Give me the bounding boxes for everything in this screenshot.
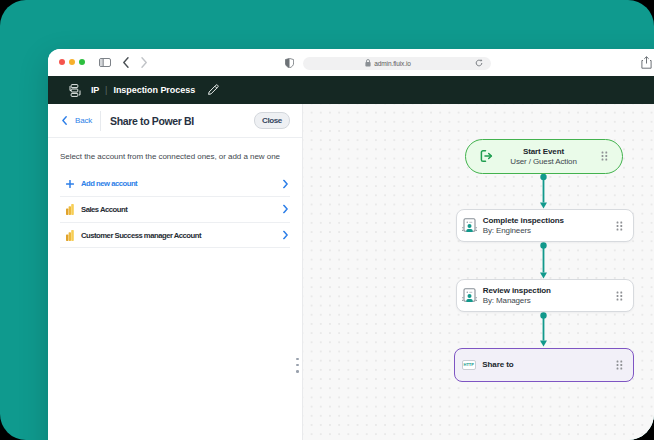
- window-minimize-button[interactable]: [69, 59, 75, 65]
- drag-handle-icon[interactable]: [601, 151, 608, 161]
- node-subtitle: By: Engineers: [483, 226, 564, 236]
- back-link[interactable]: Back: [62, 116, 92, 125]
- node-complete-inspections[interactable]: Complete inspections By: Engineers: [456, 209, 634, 242]
- workflow-icon: [69, 84, 81, 97]
- instruction-text: Select the account from the connected on…: [60, 152, 280, 161]
- share-icon[interactable]: [641, 56, 652, 69]
- drag-handle-icon[interactable]: [616, 360, 623, 370]
- node-share-to[interactable]: HTTP Share to: [454, 348, 634, 382]
- browser-toolbar: admin.fluix.io: [48, 49, 654, 76]
- share-panel: Back Share to Power BI Close Select the …: [48, 104, 302, 440]
- task-user-icon: [461, 287, 478, 304]
- back-nav-icon[interactable]: [123, 57, 129, 68]
- drag-handle-icon[interactable]: [616, 221, 623, 231]
- task-user-icon: [461, 217, 478, 234]
- http-badge-icon: HTTP: [462, 360, 476, 370]
- lock-icon: [365, 59, 371, 67]
- account-label: Sales Account: [81, 205, 127, 214]
- process-title: Inspection Process: [113, 85, 195, 95]
- account-row-customer-success[interactable]: Customer Success manager Account: [60, 223, 290, 249]
- add-account-label: Add new account: [81, 179, 137, 188]
- node-title: Review inspection: [483, 286, 551, 296]
- drag-handle-icon[interactable]: [616, 291, 623, 301]
- close-button[interactable]: Close: [254, 112, 290, 130]
- plus-icon: [66, 180, 74, 188]
- panel-title: Share to Power BI: [110, 115, 194, 127]
- node-title: Complete inspections: [483, 216, 564, 226]
- node-review-inspection[interactable]: Review inspection By: Managers: [456, 279, 634, 312]
- chevron-right-icon: [283, 179, 288, 188]
- forward-nav-icon[interactable]: [141, 57, 147, 68]
- window-zoom-button[interactable]: [79, 59, 85, 65]
- browser-window: admin.fluix.io IP: [48, 49, 654, 440]
- address-bar[interactable]: admin.fluix.io: [303, 57, 491, 70]
- header-divider: |: [105, 85, 107, 95]
- window-close-button[interactable]: [59, 59, 65, 65]
- account-list: Add new account: [60, 171, 290, 248]
- panel-resize-handle[interactable]: [295, 358, 300, 373]
- node-subtitle: User / Guest Action: [466, 157, 622, 167]
- account-label: Customer Success manager Account: [81, 231, 201, 240]
- sidebar-toggle-icon[interactable]: [99, 58, 111, 67]
- teal-backdrop: admin.fluix.io IP: [0, 0, 654, 440]
- url-text: admin.fluix.io: [374, 60, 411, 67]
- powerbi-icon: [66, 204, 74, 215]
- refresh-icon[interactable]: [475, 59, 483, 67]
- node-title: Share to: [482, 360, 513, 370]
- privacy-shield-icon[interactable]: [285, 58, 294, 68]
- node-start-event[interactable]: Start Event User / Guest Action: [465, 139, 623, 175]
- edit-pencil-icon[interactable]: [207, 84, 219, 96]
- project-initials: IP: [91, 85, 99, 95]
- account-row-sales[interactable]: Sales Account: [60, 197, 290, 223]
- add-account-row[interactable]: Add new account: [60, 171, 290, 197]
- node-title: Start Event: [466, 147, 622, 157]
- header-vertical-divider: [100, 111, 101, 131]
- chevron-right-icon: [283, 231, 288, 240]
- powerbi-icon: [66, 230, 74, 241]
- node-subtitle: By: Managers: [483, 296, 551, 306]
- chevron-right-icon: [283, 205, 288, 214]
- back-chevron-icon: [62, 116, 67, 125]
- app-header: IP | Inspection Process: [48, 76, 654, 104]
- panel-header: Back Share to Power BI Close: [48, 104, 302, 138]
